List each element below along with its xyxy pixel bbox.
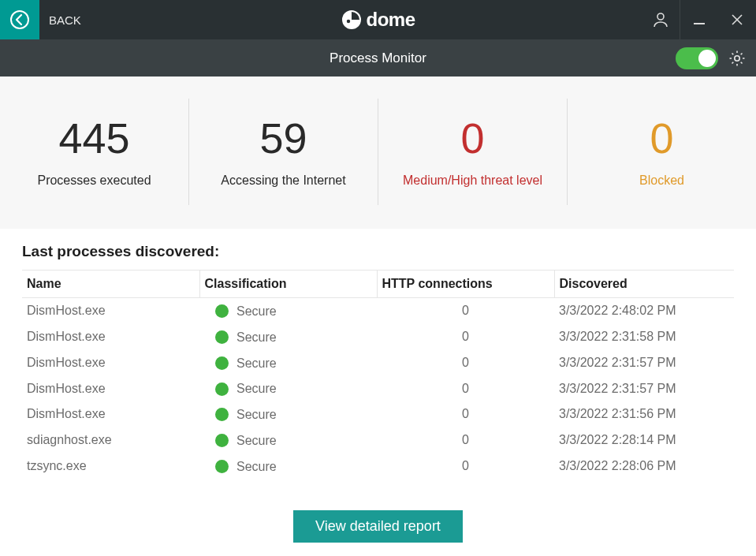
col-header-classification[interactable]: Classification: [199, 271, 377, 298]
classification-text: Secure: [236, 304, 277, 318]
gear-icon[interactable]: [728, 49, 747, 68]
cell-discovered: 3/3/2022 2:48:02 PM: [554, 298, 734, 324]
page-title: Process Monitor: [330, 50, 426, 66]
stat-value: 0: [460, 117, 484, 159]
toggle-knob: [698, 50, 716, 67]
cell-http: 0: [377, 427, 554, 453]
cell-classification: Secure: [199, 375, 377, 401]
back-chevron-icon: [9, 9, 30, 30]
stat-threat-level: 0 Medium/High threat level: [378, 99, 568, 205]
table-row[interactable]: DismHost.exeSecure03/3/2022 2:31:56 PM: [22, 401, 734, 427]
stat-accessing-internet: 59 Accessing the Internet: [189, 99, 378, 205]
table-row[interactable]: DismHost.exeSecure03/3/2022 2:31:57 PM: [22, 350, 734, 376]
status-dot-icon: [215, 408, 229, 421]
cell-discovered: 3/3/2022 2:31:56 PM: [554, 401, 734, 427]
classification-text: Secure: [236, 434, 277, 447]
view-detailed-report-button[interactable]: View detailed report: [293, 510, 463, 543]
footer-button-wrap: View detailed report: [22, 510, 734, 543]
status-dot-icon: [215, 356, 229, 370]
cell-http: 0: [377, 298, 554, 324]
stat-label: Blocked: [639, 174, 684, 188]
cell-name: DismHost.exe: [22, 401, 199, 427]
status-dot-icon: [215, 460, 229, 473]
stat-value: 59: [259, 117, 307, 159]
cell-name: tzsync.exe: [22, 453, 199, 480]
stat-blocked: 0 Blocked: [568, 99, 756, 205]
svg-point-3: [657, 13, 664, 20]
cell-classification: Secure: [199, 298, 377, 324]
titlebar: BACK dome: [0, 0, 756, 39]
processes-section: Last processes discovered: Name Classifi…: [0, 229, 756, 543]
col-header-discovered[interactable]: Discovered: [554, 271, 734, 298]
subheader: Process Monitor: [0, 39, 756, 76]
col-header-http[interactable]: HTTP connections: [377, 271, 554, 298]
stat-value: 445: [58, 117, 129, 159]
cell-name: DismHost.exe: [22, 298, 199, 324]
table-row[interactable]: tzsync.exeSecure03/3/2022 2:28:06 PM: [22, 453, 734, 480]
stat-label: Processes executed: [37, 174, 151, 188]
cell-http: 0: [377, 401, 554, 427]
status-dot-icon: [215, 304, 229, 318]
classification-text: Secure: [236, 330, 277, 344]
dome-logo-icon: [341, 9, 361, 30]
table-header-row: Name Classification HTTP connections Dis…: [22, 271, 734, 298]
minimize-button[interactable]: [680, 0, 718, 39]
section-title: Last processes discovered:: [22, 243, 734, 260]
cell-name: DismHost.exe: [22, 375, 199, 401]
subheader-controls: [676, 47, 747, 69]
stats-row: 445 Processes executed 59 Accessing the …: [0, 76, 756, 229]
cell-discovered: 3/3/2022 2:31:58 PM: [554, 324, 734, 350]
processes-table: Name Classification HTTP connections Dis…: [22, 270, 734, 479]
minimize-icon: [693, 13, 706, 26]
cell-classification: Secure: [199, 324, 377, 350]
cell-http: 0: [377, 324, 554, 350]
table-row[interactable]: sdiagnhost.exeSecure03/3/2022 2:28:14 PM: [22, 427, 734, 453]
cell-name: DismHost.exe: [22, 324, 199, 350]
close-icon: [731, 13, 743, 26]
classification-text: Secure: [236, 408, 277, 421]
table-row[interactable]: DismHost.exeSecure03/3/2022 2:31:58 PM: [22, 324, 734, 350]
stat-label: Medium/High threat level: [403, 174, 542, 188]
user-icon: [652, 11, 669, 28]
app-logo: dome: [341, 9, 415, 31]
svg-rect-4: [694, 23, 705, 24]
col-header-name[interactable]: Name: [22, 271, 199, 298]
cell-classification: Secure: [199, 350, 377, 376]
logo-text: dome: [366, 9, 415, 31]
cell-classification: Secure: [199, 427, 377, 453]
table-row[interactable]: DismHost.exeSecure03/3/2022 2:31:57 PM: [22, 375, 734, 401]
close-button[interactable]: [718, 0, 756, 39]
cell-http: 0: [377, 375, 554, 401]
svg-point-2: [346, 20, 349, 23]
cell-discovered: 3/3/2022 2:31:57 PM: [554, 375, 734, 401]
back-button[interactable]: [0, 0, 39, 39]
cell-http: 0: [377, 453, 554, 480]
classification-text: Secure: [236, 356, 277, 369]
stat-label: Accessing the Internet: [221, 174, 345, 188]
status-dot-icon: [215, 330, 229, 344]
classification-text: Secure: [236, 459, 277, 472]
protection-toggle[interactable]: [676, 47, 718, 69]
cell-name: sdiagnhost.exe: [22, 427, 199, 453]
svg-point-7: [735, 55, 739, 60]
stat-processes-executed: 445 Processes executed: [0, 99, 189, 205]
back-label[interactable]: BACK: [39, 0, 81, 39]
status-dot-icon: [215, 434, 229, 447]
stat-value: 0: [650, 117, 673, 159]
cell-discovered: 3/3/2022 2:28:14 PM: [554, 427, 734, 453]
table-row[interactable]: DismHost.exeSecure03/3/2022 2:48:02 PM: [22, 298, 734, 324]
classification-text: Secure: [236, 382, 277, 395]
status-dot-icon: [215, 382, 229, 396]
account-button[interactable]: [642, 0, 680, 39]
cell-http: 0: [377, 350, 554, 376]
cell-classification: Secure: [199, 401, 377, 427]
cell-discovered: 3/3/2022 2:31:57 PM: [554, 350, 734, 376]
window-controls: [642, 0, 756, 39]
cell-name: DismHost.exe: [22, 350, 199, 376]
cell-discovered: 3/3/2022 2:28:06 PM: [554, 453, 734, 480]
svg-point-0: [11, 11, 28, 28]
cell-classification: Secure: [199, 453, 377, 480]
